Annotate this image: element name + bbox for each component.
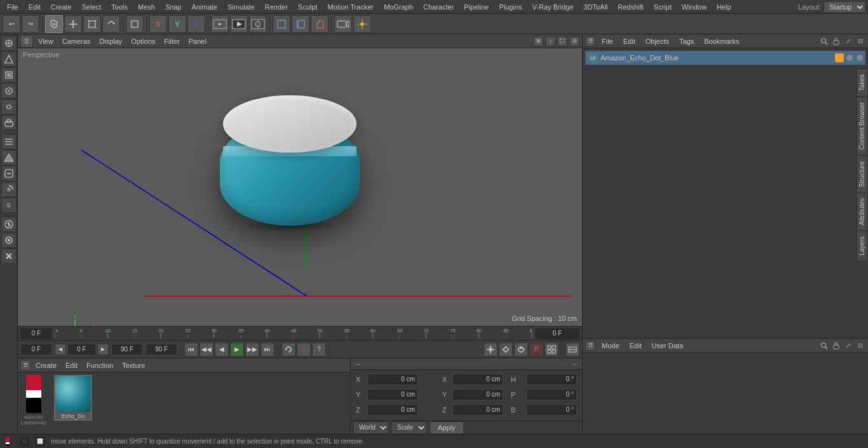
obj-tags[interactable]: Tags [675,36,698,46]
move-tool-button[interactable] [64,15,82,33]
coord-b-rot[interactable] [526,404,577,416]
playback-end-frame-1[interactable] [111,344,143,355]
sidebar-btn-12[interactable] [1,217,17,232]
menu-vray[interactable]: V-Ray Bridge [528,2,578,12]
coord-h-rot[interactable] [526,374,577,385]
sidebar-btn-2[interactable] [1,51,17,67]
menu-help[interactable]: Help [712,2,736,12]
x-axis-button[interactable]: X [149,15,167,33]
menu-pipeline[interactable]: Pipeline [459,2,493,12]
record-button[interactable]: ● [297,343,311,356]
playback-end-frame-2[interactable] [146,344,177,355]
go-to-end-button[interactable]: ⏭ [261,343,275,356]
vp-display[interactable]: Display [95,36,126,46]
vp-view[interactable]: View [34,36,57,46]
menu-mesh[interactable]: Mesh [133,2,159,12]
menu-sculpt[interactable]: Sculpt [294,2,322,12]
sidebar-btn-9[interactable] [1,166,17,181]
vtab-layers[interactable]: Layers [857,231,868,261]
attr-edit[interactable]: Edit [626,341,646,351]
render-region-button[interactable] [211,15,229,33]
viewport-menu-icon[interactable]: ☰ [20,35,33,48]
sidebar-btn-3[interactable] [1,67,17,83]
grid-button[interactable] [545,343,559,356]
vp-panel[interactable]: Panel [185,36,210,46]
attr-close-icon[interactable]: ⊟ [855,341,865,351]
menu-motion-tracker[interactable]: Motion Tracker [323,2,378,12]
frame-step-up[interactable]: ▶ [97,344,109,355]
z-axis-button[interactable]: Z [187,15,205,33]
3d-viewport[interactable]: Perspective Grid Spacing : 10 cm X Y [18,48,582,326]
frame-number-display[interactable]: 0 F [20,328,52,339]
attr-header-icon[interactable]: ☰ [585,341,595,351]
world-space-dropdown[interactable]: World [353,421,389,434]
bottom-icon-2[interactable]: ⬜ [34,436,46,447]
layout-dropdown[interactable]: Startup [824,1,865,13]
render-view-button[interactable] [230,15,248,33]
loop-button[interactable] [281,343,295,356]
sidebar-btn-8[interactable] [1,150,17,165]
vp-filter[interactable]: Filter [160,36,183,46]
vtab-takes[interactable]: Takes [857,69,868,97]
menu-mograph[interactable]: MoGraph [379,2,417,12]
menu-animate[interactable]: Animate [187,2,222,12]
play-reverse-button[interactable]: ◀ [215,343,229,356]
vp-icon-1[interactable]: ⊞ [533,36,543,46]
coord-x-size[interactable] [452,374,503,385]
menu-script[interactable]: Script [649,2,676,12]
end-frame-display[interactable]: 0 F [535,328,580,339]
sidebar-btn-13[interactable] [1,233,17,248]
obj-header-icon[interactable]: ☰ [585,36,595,46]
coord-z-size[interactable] [452,404,503,416]
coord-p-rot[interactable] [526,389,577,400]
scale-tool-button[interactable] [83,15,101,33]
sidebar-btn-5[interactable] [1,99,17,114]
redo-button[interactable]: ↪ [22,15,39,33]
coord-x-pos[interactable] [367,374,418,385]
apply-button[interactable]: Apply [430,421,464,434]
play-forward-button[interactable]: ▶ [230,343,244,356]
menu-3dtoall[interactable]: 3DToAll [579,2,612,12]
scale-dropdown[interactable]: Scale [391,421,427,434]
mat-menu-icon[interactable]: ☰ [20,360,31,370]
menu-edit[interactable]: Edit [24,2,45,12]
menu-render[interactable]: Render [261,2,292,12]
prev-frame-button[interactable]: ◀◀ [200,343,214,356]
camera-button[interactable] [334,15,352,33]
object-tree-item-echo[interactable]: L0 Amazon_Echo_Dot_Blue [585,51,865,65]
timeline-ruler[interactable]: 0 5 10 15 20 25 30 35 [55,327,532,341]
next-frame-button[interactable]: ▶▶ [245,343,259,356]
material-thumbnail[interactable]: Echo_Do [54,375,92,421]
select-model-button[interactable] [45,15,63,33]
menu-character[interactable]: Character [419,2,458,12]
attr-search-icon[interactable] [819,341,829,351]
vtab-structure[interactable]: Structure [857,156,868,193]
menu-tools[interactable]: Tools [107,2,132,12]
auto-keyframe-button[interactable]: P [529,343,543,356]
timeline-toggle-button[interactable] [566,343,580,356]
vtab-content-browser[interactable]: Content Browser [857,97,868,155]
bottom-icon-1[interactable]: □ [19,436,31,447]
rotate-tool-button[interactable] [102,15,120,33]
vp-icon-4[interactable]: ⊟ [569,36,580,46]
attr-user-data[interactable]: User Data [648,341,688,351]
menu-plugins[interactable]: Plugins [494,2,526,12]
object-color-swatch[interactable] [835,53,844,62]
menu-file[interactable]: File [3,2,23,12]
vp-options[interactable]: Options [127,36,159,46]
snap-button[interactable] [484,343,498,356]
attr-lock-icon[interactable] [831,341,841,351]
mat-create[interactable]: Create [32,360,60,370]
object-visibility-dot-1[interactable] [846,55,853,61]
mat-function[interactable]: Function [83,360,117,370]
view-right-button[interactable] [292,15,309,33]
vp-icon-2[interactable]: ↕ [545,36,555,46]
playback-start-frame[interactable] [20,344,52,355]
collapse-icon[interactable]: ⊟ [855,36,865,46]
menu-redshift[interactable]: Redshift [613,2,648,12]
vp-icon-3[interactable]: ⛶ [557,36,567,46]
lock-icon[interactable] [831,36,841,46]
view-top-button[interactable] [311,15,329,33]
sidebar-btn-6[interactable] [1,115,17,130]
menu-window[interactable]: Window [677,2,711,12]
